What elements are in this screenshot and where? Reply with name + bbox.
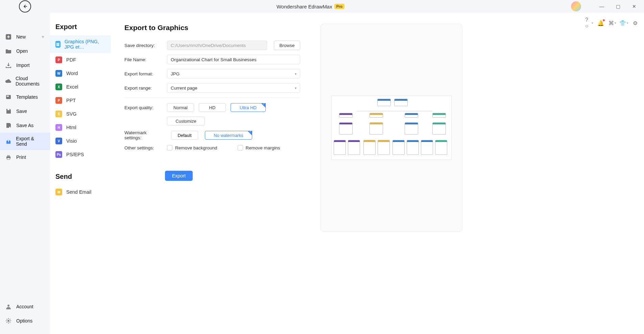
- close-button[interactable]: ✕: [628, 2, 640, 11]
- account-avatar[interactable]: [571, 1, 581, 11]
- minimize-button[interactable]: —: [596, 2, 607, 11]
- pdf-icon: P: [55, 56, 62, 63]
- export-range-select[interactable]: Current page ▾: [167, 83, 300, 93]
- label-quality: Export quality:: [124, 105, 160, 110]
- export-type-label: PPT: [66, 98, 76, 103]
- label-other: Other settings:: [124, 145, 160, 150]
- sidebar-item-saveas[interactable]: Save As: [0, 118, 50, 133]
- ppt-icon: P: [55, 97, 62, 104]
- checkbox-label: Remove margins: [246, 145, 280, 150]
- settings-icon[interactable]: ⚙: [631, 19, 639, 27]
- export-type-pseps[interactable]: Ps PS/EPS: [50, 148, 111, 161]
- customize-button[interactable]: Customize: [167, 117, 205, 125]
- email-icon: ✉: [55, 189, 62, 195]
- sidebar-item-export[interactable]: Export & Send: [0, 133, 50, 150]
- help-icon[interactable]: ?○▾: [585, 19, 593, 27]
- export-format-select[interactable]: JPG ▾: [167, 69, 300, 78]
- sidebar-item-print[interactable]: Print: [0, 150, 50, 164]
- sidebar-item-label: Save As: [16, 123, 33, 128]
- export-type-graphics[interactable]: 🖼 Graphics (PNG, JPG et…: [50, 35, 111, 53]
- apps-icon[interactable]: ⌘▾: [608, 19, 616, 27]
- quality-normal-button[interactable]: Normal: [167, 103, 194, 112]
- preview-panel: [320, 24, 462, 232]
- send-label: Send Email: [66, 189, 91, 195]
- theme-icon[interactable]: 👕▾: [620, 19, 628, 27]
- sidebar-item-label: Open: [16, 48, 28, 54]
- export-type-label: Word: [66, 71, 78, 76]
- preview-image: [331, 96, 452, 160]
- watermark-none-button[interactable]: No watermarks: [205, 131, 252, 140]
- export-button[interactable]: Export: [165, 171, 193, 181]
- sidebar-item-options[interactable]: Options: [0, 314, 50, 328]
- sidebar-item-open[interactable]: Open: [0, 44, 50, 58]
- quality-ultra-button[interactable]: Ultra HD: [231, 103, 266, 112]
- file-name-input[interactable]: [167, 55, 300, 64]
- sidebar-item-new[interactable]: New ＋: [0, 30, 50, 44]
- word-icon: W: [55, 70, 62, 77]
- page-title: Export to Graphics: [124, 24, 300, 32]
- send-email[interactable]: ✉ Send Email: [50, 185, 111, 199]
- svg-point-7: [7, 305, 9, 307]
- checkbox-icon: [238, 145, 243, 150]
- saveas-icon: [5, 122, 12, 129]
- check-icon: [247, 131, 252, 136]
- sidebar-item-label: New: [16, 34, 26, 40]
- quality-hd-button[interactable]: HD: [199, 103, 226, 112]
- gear-icon: [5, 317, 12, 325]
- export-type-pdf[interactable]: P PDF: [50, 53, 111, 67]
- sidebar-item-import[interactable]: Import: [0, 58, 50, 72]
- sidebar-item-account[interactable]: Account: [0, 300, 50, 314]
- notification-icon[interactable]: 🔔: [597, 19, 605, 27]
- select-value: JPG: [171, 71, 180, 76]
- svg-rect-1: [6, 95, 11, 99]
- label-save-dir: Save directory:: [124, 43, 160, 48]
- checkbox-icon: [167, 145, 172, 150]
- export-type-excel[interactable]: X Excel: [50, 80, 111, 94]
- sidebar-item-label: Templates: [16, 94, 38, 100]
- ps-icon: Ps: [55, 151, 62, 158]
- export-type-label: PS/EPS: [66, 152, 84, 157]
- sidebar-item-templates[interactable]: Templates: [0, 90, 50, 104]
- check-icon: [261, 103, 266, 108]
- export-type-label: SVG: [66, 111, 77, 117]
- svg-rect-6: [7, 158, 10, 160]
- export-type-label: Visio: [66, 138, 77, 144]
- export-type-label: Graphics (PNG, JPG et…: [65, 39, 105, 50]
- sidebar-item-cloud[interactable]: Cloud Documents: [0, 72, 50, 90]
- maximize-button[interactable]: ▢: [612, 2, 624, 11]
- account-icon: [5, 303, 12, 310]
- browse-button[interactable]: Browse: [274, 41, 300, 50]
- sidebar-item-save[interactable]: Save: [0, 104, 50, 118]
- remove-bg-checkbox[interactable]: Remove background: [167, 145, 217, 150]
- export-type-word[interactable]: W Word: [50, 67, 111, 80]
- export-type-ppt[interactable]: P PPT: [50, 94, 111, 107]
- graphics-icon: 🖼: [55, 41, 61, 48]
- chevron-down-icon: ▾: [295, 72, 296, 76]
- svg-point-8: [7, 320, 9, 322]
- send-heading: Send: [50, 173, 111, 185]
- save-icon: [5, 108, 12, 115]
- quality-label: Ultra HD: [240, 105, 257, 110]
- save-directory-input[interactable]: [167, 41, 267, 50]
- svg-icon: S: [55, 111, 62, 117]
- back-button[interactable]: [19, 0, 31, 13]
- watermark-default-button[interactable]: Default: [171, 131, 198, 140]
- html-icon: H: [55, 124, 62, 131]
- export-type-label: PDF: [66, 57, 76, 63]
- export-heading: Export: [50, 23, 111, 35]
- sidebar-item-label: Import: [16, 63, 30, 68]
- new-icon: [5, 33, 12, 41]
- sidebar-item-label: Export & Send: [16, 136, 45, 147]
- svg-rect-5: [7, 155, 10, 157]
- cloud-icon: [5, 77, 11, 85]
- export-type-html[interactable]: H Html: [50, 121, 111, 134]
- export-type-svg[interactable]: S SVG: [50, 107, 111, 121]
- export-type-visio[interactable]: V Visio: [50, 134, 111, 148]
- watermark-label: No watermarks: [214, 133, 243, 138]
- label-format: Export format:: [124, 71, 160, 76]
- sidebar-item-label: Save: [16, 109, 27, 114]
- export-icon: [5, 138, 12, 145]
- svg-rect-2: [7, 96, 9, 97]
- remove-margins-checkbox[interactable]: Remove margins: [238, 145, 280, 150]
- export-type-label: Html: [66, 125, 76, 130]
